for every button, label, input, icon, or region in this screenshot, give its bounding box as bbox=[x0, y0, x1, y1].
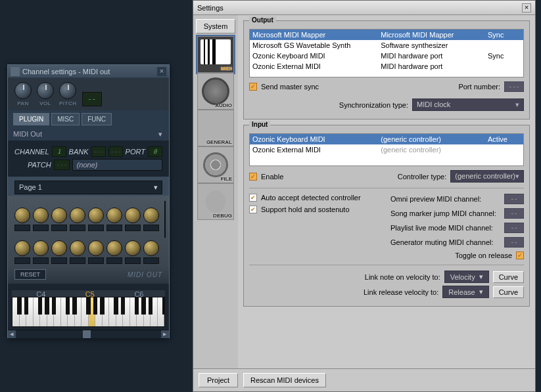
cc-slot[interactable] bbox=[51, 257, 67, 264]
sidebar-cat-midi[interactable]: MIDI bbox=[197, 36, 234, 73]
send-sync-checkbox[interactable] bbox=[249, 83, 257, 91]
chevron-down-icon: ▾ bbox=[154, 183, 158, 192]
link-note-dropdown[interactable]: Velocity▾ bbox=[444, 271, 489, 283]
bank-value-1[interactable]: --- bbox=[91, 146, 106, 157]
scroll-right-icon[interactable]: ▸ bbox=[161, 330, 169, 338]
omni-channel-field[interactable]: -- bbox=[504, 194, 524, 204]
controller-type-dropdown[interactable]: (generic controller)▾ bbox=[450, 170, 524, 183]
tab-misc[interactable]: MISC bbox=[51, 113, 80, 125]
cc-slot[interactable] bbox=[14, 257, 30, 264]
curve-release-button[interactable]: Curve bbox=[493, 286, 524, 298]
cc-knob[interactable] bbox=[70, 207, 85, 223]
enable-checkbox[interactable] bbox=[249, 173, 257, 181]
cc-knob[interactable] bbox=[143, 240, 159, 256]
channel-title: Channel settings - MIDI out bbox=[22, 68, 157, 76]
cc-slot[interactable] bbox=[51, 225, 67, 231]
bank-value-2[interactable]: --- bbox=[108, 146, 123, 157]
cc-slot[interactable] bbox=[14, 225, 30, 231]
toggle-release-checkbox[interactable] bbox=[516, 251, 524, 259]
cc-slot[interactable] bbox=[143, 225, 159, 231]
cc-slot[interactable] bbox=[70, 257, 85, 264]
cc-slot[interactable] bbox=[33, 225, 49, 231]
sync-type-dropdown[interactable]: MIDI clock▾ bbox=[412, 98, 524, 111]
table-row[interactable]: Microsoft GS Wavetable SynthSoftware syn… bbox=[250, 40, 523, 51]
sidebar-cat-file[interactable]: FILE bbox=[197, 146, 234, 183]
port-value[interactable]: 0 bbox=[148, 146, 162, 157]
sidebar-cat-general[interactable]: GENERAL bbox=[197, 110, 234, 146]
cc-slot[interactable] bbox=[70, 225, 85, 231]
project-button[interactable]: Project bbox=[199, 373, 238, 387]
cc-knob[interactable] bbox=[70, 240, 85, 256]
port-number-field[interactable]: --- bbox=[504, 81, 524, 92]
cc-knob[interactable] bbox=[33, 207, 49, 223]
cc-knob[interactable] bbox=[14, 240, 30, 256]
cc-slot[interactable] bbox=[33, 257, 49, 264]
cc-knob[interactable] bbox=[106, 240, 122, 256]
scroll-left-icon[interactable]: ◂ bbox=[8, 330, 16, 338]
auto-accept-checkbox[interactable] bbox=[249, 194, 257, 202]
patch-dropdown[interactable]: (none) bbox=[72, 159, 162, 171]
system-button[interactable]: System bbox=[196, 19, 235, 33]
settings-sidebar: System MIDIAUDIOGENERALFILEDEBUG bbox=[193, 15, 238, 368]
channel-lcd[interactable]: -- bbox=[82, 92, 102, 106]
channel-titlebar[interactable]: Channel settings - MIDI out × bbox=[8, 65, 169, 78]
output-device-table[interactable]: Microsoft MIDI MapperMicrosoft MIDI Mapp… bbox=[249, 29, 524, 77]
piano-scrollbar[interactable]: ◂ ▸ bbox=[8, 330, 169, 338]
piano-keys[interactable] bbox=[12, 297, 165, 327]
table-row[interactable]: Ozonic External MIDIMIDI hardware port bbox=[250, 61, 523, 72]
cc-knob[interactable] bbox=[14, 207, 30, 223]
cc-knob[interactable] bbox=[33, 240, 49, 256]
velocity-slider[interactable] bbox=[164, 201, 166, 238]
plugin-header[interactable]: MIDI Out ▾ bbox=[8, 128, 169, 141]
sostenuto-checkbox[interactable] bbox=[249, 206, 257, 213]
channel-value[interactable]: 1 bbox=[52, 146, 66, 157]
cc-knob[interactable] bbox=[88, 207, 104, 223]
cc-slot[interactable] bbox=[88, 257, 104, 264]
reset-button[interactable]: RESET bbox=[14, 269, 46, 280]
settings-footer: Project Rescan MIDI devices bbox=[193, 368, 535, 391]
close-icon[interactable]: × bbox=[522, 3, 531, 12]
midi-params: CHANNEL 1 BANK --- --- PORT 0 PATCH --- … bbox=[8, 141, 169, 177]
tab-func[interactable]: FUNC bbox=[82, 113, 112, 125]
genmute-channel-field[interactable]: -- bbox=[504, 237, 524, 248]
cc-slot[interactable] bbox=[88, 225, 104, 231]
cc-slot[interactable] bbox=[125, 257, 141, 264]
pitch-knob[interactable] bbox=[59, 82, 76, 99]
settings-title: Settings bbox=[197, 4, 522, 12]
cc-knob[interactable] bbox=[106, 207, 122, 223]
table-row[interactable]: Ozonic Keyboard MIDIMIDI hardware portSy… bbox=[250, 51, 523, 61]
scroll-thumb[interactable] bbox=[83, 330, 91, 338]
plugin-tabs: PLUGIN MISC FUNC bbox=[8, 110, 169, 128]
link-release-dropdown[interactable]: Release▾ bbox=[442, 286, 488, 298]
input-device-table[interactable]: Ozonic Keyboard MIDI(generic controller)… bbox=[249, 133, 524, 166]
playlist-channel-field[interactable]: -- bbox=[504, 223, 524, 233]
cc-slot[interactable] bbox=[106, 225, 122, 231]
table-row[interactable]: Microsoft MIDI MapperMicrosoft MIDI Mapp… bbox=[250, 30, 523, 40]
patch-value[interactable]: --- bbox=[54, 160, 70, 170]
cc-knob[interactable] bbox=[143, 207, 159, 223]
cc-knob[interactable] bbox=[51, 240, 67, 256]
cc-slot[interactable] bbox=[125, 225, 141, 231]
curve-note-button[interactable]: Curve bbox=[493, 271, 524, 283]
knob-grid bbox=[8, 196, 169, 267]
cc-slot[interactable] bbox=[143, 257, 159, 264]
settings-titlebar[interactable]: Settings × bbox=[193, 1, 535, 15]
cc-knob[interactable] bbox=[125, 207, 141, 223]
table-row[interactable]: Ozonic External MIDI(generic controller) bbox=[250, 144, 523, 155]
close-icon[interactable]: × bbox=[157, 67, 166, 76]
chevron-down-icon[interactable]: ▾ bbox=[157, 130, 164, 139]
page-dropdown[interactable]: Page 1▾ bbox=[14, 181, 162, 194]
tab-plugin[interactable]: PLUGIN bbox=[13, 113, 49, 125]
vol-knob[interactable] bbox=[37, 82, 54, 99]
cc-knob[interactable] bbox=[125, 240, 141, 256]
cc-slot[interactable] bbox=[106, 257, 122, 264]
marker-channel-field[interactable]: -- bbox=[504, 208, 524, 219]
sidebar-cat-debug[interactable]: DEBUG bbox=[197, 183, 234, 220]
cc-knob[interactable] bbox=[88, 240, 104, 256]
rescan-button[interactable]: Rescan MIDI devices bbox=[243, 373, 326, 387]
sidebar-cat-audio[interactable]: AUDIO bbox=[197, 73, 234, 110]
cc-knob[interactable] bbox=[51, 207, 67, 223]
pan-knob[interactable] bbox=[14, 82, 32, 99]
settings-window: Settings × System MIDIAUDIOGENERALFILEDE… bbox=[193, 0, 536, 392]
table-row[interactable]: Ozonic Keyboard MIDI(generic controller)… bbox=[250, 134, 523, 144]
